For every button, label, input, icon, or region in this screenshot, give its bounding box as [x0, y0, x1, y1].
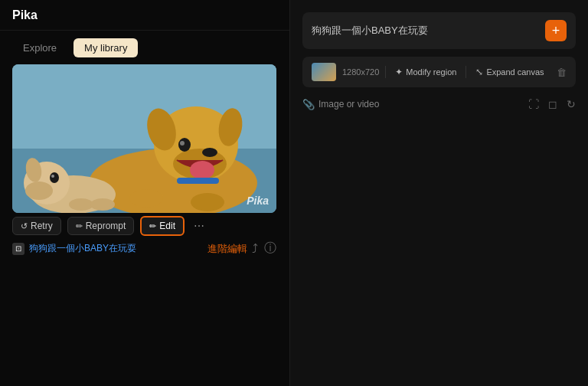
divider2 [466, 66, 466, 78]
svg-point-24 [25, 182, 53, 200]
refresh-icon-button[interactable]: ↻ [567, 98, 576, 110]
prompt-copy-icon: ⊡ [12, 243, 24, 255]
attach-media-button[interactable]: 📎 Image or video [302, 99, 379, 110]
expand-canvas-button[interactable]: ⤡ Expand canvas [472, 65, 547, 79]
svg-point-15 [178, 138, 191, 152]
app-logo: Pika [12, 8, 38, 22]
media-row: 1280x720 ✦ Modify region ⤡ Expand canvas… [302, 57, 576, 87]
prompt-input[interactable] [312, 25, 539, 37]
tab-explore[interactable]: Explore [12, 38, 67, 57]
media-resolution: 1280x720 [342, 67, 379, 77]
divider [385, 66, 386, 78]
prompt-input-row: + [302, 12, 576, 49]
advanced-edit-label: 進階編輯 [207, 242, 247, 256]
svg-point-14 [202, 148, 217, 157]
svg-point-19 [129, 189, 163, 208]
action-row: ↺ Retry ✏ Reprompt ✏ Edit ⋯ [12, 216, 276, 236]
attach-icon: 📎 [302, 99, 315, 110]
add-prompt-button[interactable]: + [545, 20, 567, 41]
svg-point-25 [50, 172, 59, 183]
svg-point-28 [69, 198, 93, 211]
retry-icon: ↺ [21, 221, 28, 231]
modify-region-icon: ✦ [395, 67, 403, 77]
attach-label: Image or video [318, 99, 379, 110]
more-options-button[interactable]: ⋯ [191, 218, 207, 234]
expand-canvas-icon: ⤡ [475, 67, 483, 77]
editor-panel: + 1280x720 ✦ Modify region ⤡ Expand canv… [289, 0, 588, 386]
svg-rect-21 [177, 178, 219, 184]
reprompt-icon: ✏ [76, 221, 83, 231]
edit-button[interactable]: ✏ Edit [140, 216, 185, 236]
retry-button[interactable]: ↺ Retry [12, 217, 61, 235]
reprompt-label: Reprompt [86, 221, 126, 231]
svg-point-29 [90, 198, 115, 211]
svg-point-26 [51, 175, 54, 178]
modify-region-button[interactable]: ✦ Modify region [392, 65, 459, 79]
prompt-actions: ⤴ ⓘ [252, 240, 276, 257]
expand-canvas-label: Expand canvas [486, 67, 544, 77]
delete-media-button[interactable]: 🗑 [557, 67, 567, 78]
share-icon[interactable]: ⤴ [252, 242, 258, 256]
video-thumbnail[interactable]: Pika [12, 64, 276, 213]
info-icon[interactable]: ⓘ [264, 240, 276, 257]
svg-point-16 [180, 141, 185, 146]
media-thumbnail [312, 63, 336, 81]
tab-my-library[interactable]: My library [74, 38, 138, 57]
svg-point-20 [191, 193, 224, 211]
modify-region-label: Modify region [406, 67, 456, 77]
dog-image-svg [12, 64, 276, 213]
video-card: Pika ↺ Retry ✏ Reprompt ✏ Edit ⋯ ⊡ 狗狗跟一個… [12, 64, 276, 258]
prompt-text: 狗狗跟一個小BABY在玩耍 [29, 242, 203, 255]
retry-label: Retry [31, 221, 53, 231]
bottom-icons: ⛶ ◻ ↻ [528, 98, 576, 110]
bottom-row: 📎 Image or video ⛶ ◻ ↻ [302, 95, 576, 113]
prompt-row: ⊡ 狗狗跟一個小BABY在玩耍 進階編輯 ⤴ ⓘ [12, 240, 276, 257]
edit-icon: ✏ [149, 221, 156, 231]
fullscreen-icon-button[interactable]: ⛶ [528, 98, 539, 110]
edit-label: Edit [159, 221, 175, 231]
video-watermark: Pika [247, 195, 269, 207]
camera-icon-button[interactable]: ◻ [548, 98, 557, 110]
reprompt-button[interactable]: ✏ Reprompt [67, 217, 135, 235]
svg-point-13 [190, 161, 214, 179]
